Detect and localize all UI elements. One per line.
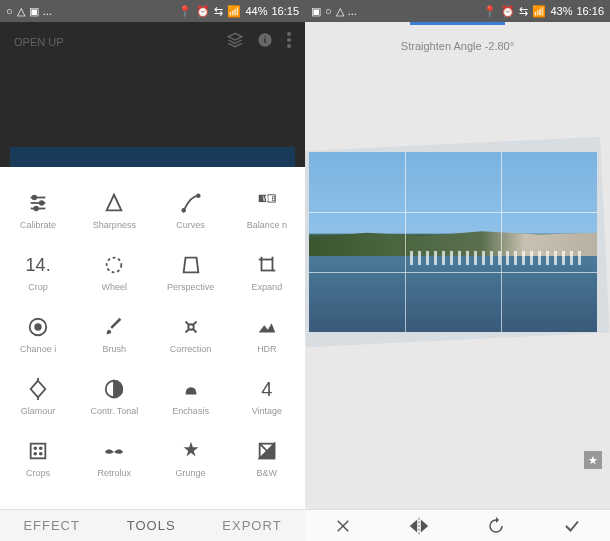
tool-label: Glamour xyxy=(21,406,56,416)
notif-icon: ▣ xyxy=(29,5,39,18)
svg-text:i: i xyxy=(264,35,267,45)
svg-point-24 xyxy=(35,324,41,330)
frame-icon xyxy=(27,438,49,464)
wifi-icon: ⇆ xyxy=(214,5,223,18)
svg-point-10 xyxy=(34,207,38,211)
tab-effect[interactable]: EFFECT xyxy=(23,518,80,533)
flip-button[interactable] xyxy=(399,517,439,535)
notif-icon: ▣ xyxy=(311,5,321,18)
calibrate-icon xyxy=(27,190,49,216)
bw-icon xyxy=(256,438,278,464)
tab-export[interactable]: EXPORT xyxy=(222,518,281,533)
mustache-icon xyxy=(103,438,125,464)
svg-point-2 xyxy=(287,32,291,36)
tool-sharpness[interactable]: Sharpness xyxy=(76,179,152,241)
svg-point-3 xyxy=(287,38,291,42)
notif-icon: ○ xyxy=(325,5,332,17)
time-text: 16:15 xyxy=(271,5,299,17)
wifi-icon: ⇆ xyxy=(519,5,528,18)
wheel-icon xyxy=(103,252,125,278)
tool-label: Retrolux xyxy=(98,468,132,478)
tool-expand[interactable]: Expand xyxy=(229,241,305,303)
svg-rect-18 xyxy=(261,260,272,271)
battery-text: 43% xyxy=(550,5,572,17)
tool-label: Sharpness xyxy=(93,220,136,230)
layers-icon[interactable] xyxy=(227,32,243,52)
glamour-icon xyxy=(27,376,49,402)
battery-text: 44% xyxy=(245,5,267,17)
confirm-button[interactable] xyxy=(552,517,592,535)
svg-point-11 xyxy=(182,209,185,212)
svg-point-31 xyxy=(40,447,42,449)
hdr-icon xyxy=(256,314,278,340)
svg-point-12 xyxy=(197,194,200,197)
tool-crops2[interactable]: Crops xyxy=(0,427,76,487)
tool-wheel[interactable]: Wheel xyxy=(76,241,152,303)
svg-rect-29 xyxy=(31,444,46,459)
svg-point-8 xyxy=(33,196,37,200)
action-bar xyxy=(305,509,610,541)
cancel-button[interactable] xyxy=(323,517,363,535)
notif-icon: △ xyxy=(17,5,25,18)
correction-icon xyxy=(180,314,202,340)
tool-glamour[interactable]: Glamour xyxy=(0,365,76,427)
tool-correction[interactable]: Correction xyxy=(153,303,229,365)
tool-vintage[interactable]: 4Vintage xyxy=(229,365,305,427)
tool-hdr[interactable]: HDR xyxy=(229,303,305,365)
tool-grunge[interactable]: Grunge xyxy=(153,427,229,487)
tool-label: Contr. Tonal xyxy=(90,406,138,416)
bottom-tabs: EFFECT TOOLS EXPORT xyxy=(0,509,305,541)
tools-grid: Calibrate Sharpness Curves WBBalance n 1… xyxy=(0,167,305,487)
photo-canvas[interactable] xyxy=(309,152,597,332)
notif-icon: ○ xyxy=(6,5,13,17)
info-icon[interactable]: i xyxy=(257,32,273,52)
svg-point-25 xyxy=(188,324,194,330)
straighten-readout: Straighten Angle -2.80° xyxy=(305,26,610,66)
tool-label: Crops xyxy=(26,468,50,478)
tool-bw[interactable]: B&W xyxy=(229,427,305,487)
tool-curves[interactable]: Curves xyxy=(153,179,229,241)
notif-more: ... xyxy=(43,5,52,17)
tool-selective[interactable]: Chanoe i xyxy=(0,303,76,365)
app-title: OPEN UP xyxy=(14,36,64,48)
tool-label: Curves xyxy=(176,220,205,230)
notif-more: ... xyxy=(348,5,357,17)
tool-label: Brush xyxy=(103,344,127,354)
rotate-button[interactable] xyxy=(476,517,516,535)
tool-tonal[interactable]: Contr. Tonal xyxy=(76,365,152,427)
svg-point-32 xyxy=(34,453,36,455)
grunge-icon xyxy=(180,438,202,464)
svg-point-17 xyxy=(107,258,122,273)
mode-indicator xyxy=(305,22,610,26)
expand-icon xyxy=(256,252,278,278)
svg-point-30 xyxy=(34,447,36,449)
tool-brush[interactable]: Brush xyxy=(76,303,152,365)
tool-crop[interactable]: 14.Crop xyxy=(0,241,76,303)
balance-icon: WB xyxy=(256,190,278,216)
tool-label: B&W xyxy=(257,468,278,478)
enchasis-icon xyxy=(180,376,202,402)
alarm-icon: ⏰ xyxy=(501,5,515,18)
tool-perspective[interactable]: Perspective xyxy=(153,241,229,303)
sharpness-icon xyxy=(103,190,125,216)
signal-icon: 📶 xyxy=(532,5,546,18)
tool-label: Perspective xyxy=(167,282,214,292)
signal-icon: 📶 xyxy=(227,5,241,18)
status-bar-right: ▣ ○ △ ... 📍 ⏰ ⇆ 📶 43% 16:16 xyxy=(305,0,610,22)
crop-icon: 14. xyxy=(26,252,51,278)
vintage-icon: 4 xyxy=(261,376,272,402)
straighten-editor: Straighten Angle -2.80° ★ xyxy=(305,22,610,509)
location-icon: 📍 xyxy=(483,5,497,18)
more-icon[interactable] xyxy=(287,32,291,52)
svg-point-9 xyxy=(40,201,44,205)
tool-retro[interactable]: Retrolux xyxy=(76,427,152,487)
tool-label: Vintage xyxy=(252,406,282,416)
tool-label: Expand xyxy=(252,282,283,292)
brush-icon xyxy=(103,314,125,340)
favorite-badge[interactable]: ★ xyxy=(584,451,602,469)
tool-balance[interactable]: WBBalance n xyxy=(229,179,305,241)
photo-image xyxy=(309,152,597,332)
tab-tools[interactable]: TOOLS xyxy=(127,518,176,533)
tool-enchasis[interactable]: Enchasis xyxy=(153,365,229,427)
tool-calibrate[interactable]: Calibrate xyxy=(0,179,76,241)
